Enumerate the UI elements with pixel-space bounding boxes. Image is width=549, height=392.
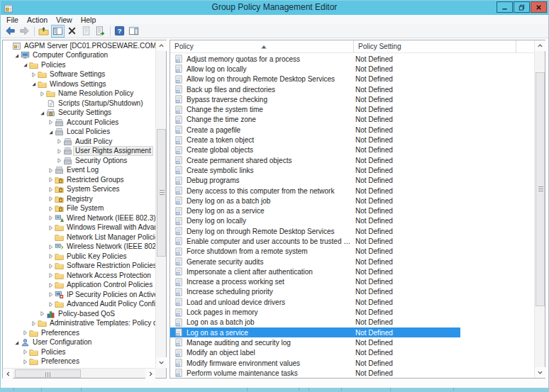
help-button[interactable]: ? [113,25,126,38]
tree-item-preferences[interactable]: Preferences [3,328,155,338]
expander-collapsed-icon[interactable] [55,148,63,155]
policy-row-enable-computer-and-user-accounts-to-be-[interactable]: Enable computer and user accounts to be … [170,236,460,246]
list-vertical-scrollbar[interactable] [534,40,545,378]
policy-row-debug-programs[interactable]: Debug programsNot Defined [170,176,460,186]
tree-item-windows-firewall-with-advanced[interactable]: Windows Firewall with Advanced [3,223,155,233]
expander-collapsed-icon[interactable] [30,72,38,78]
expander-collapsed-icon[interactable] [38,91,46,97]
policy-row-bypass-traverse-checking[interactable]: Bypass traverse checkingNot Defined [170,94,460,104]
expander-collapsed-icon[interactable] [47,177,55,183]
show-console-tree-button[interactable] [51,25,65,38]
tree-vertical-scrollbar[interactable] [155,40,166,368]
policy-row-increase-scheduling-priority[interactable]: Increase scheduling priorityNot Defined [170,287,460,297]
policy-row-deny-log-on-through-remote-desktop-servi[interactable]: Deny log on through Remote Desktop Servi… [170,226,460,236]
policy-row-impersonate-a-client-after-authenticatio[interactable]: Impersonate a client after authenticatio… [170,267,460,276]
tree-item-audit-policy[interactable]: Audit Policy [3,137,155,147]
expander-collapsed-icon[interactable] [47,282,55,289]
policy-row-force-shutdown-from-a-remote-system[interactable]: Force shutdown from a remote systemNot D… [170,247,460,257]
tree-item-policies[interactable]: Policies [3,60,155,70]
tree-item-security-settings[interactable]: Security Settings [3,108,155,118]
policy-row-log-on-as-a-service[interactable]: Log on as a serviceNot Defined [170,327,460,337]
expander-expanded-icon[interactable] [13,52,21,59]
scroll-right-button[interactable] [145,369,155,379]
tree-item-agpm-server-dc01-proseware-com-policy[interactable]: AGPM Server [DC01.PROSEWARE.COM] Policy [3,41,155,51]
tree-item-policy-based-qos[interactable]: Policy-based QoS [3,309,155,319]
tree-item-restricted-groups[interactable]: Restricted Groups [3,175,155,185]
tree-item-local-policies[interactable]: Local Policies [3,128,155,138]
tree-hscrollbar-thumb[interactable] [15,369,81,378]
tree-item-registry[interactable]: Registry [3,194,155,204]
up-one-level-button[interactable] [37,25,50,38]
expander-collapsed-icon[interactable] [47,186,55,193]
scroll-up-button[interactable] [156,40,167,51]
expander-expanded-icon[interactable] [21,62,29,68]
policy-row-modify-firmware-environment-values[interactable]: Modify firmware environment valuesNot De… [170,358,460,368]
policy-row-modify-an-object-label[interactable]: Modify an object labelNot Defined [170,348,460,358]
expander-collapsed-icon[interactable] [21,330,29,336]
export-list-button[interactable] [94,25,107,38]
expander-collapsed-icon[interactable] [47,272,55,279]
minimize-button[interactable] [497,1,513,13]
policy-row-deny-log-on-as-a-service[interactable]: Deny log on as a serviceNot Defined [170,206,460,215]
expander-collapsed-icon[interactable] [47,244,55,250]
tree-item-wired-network-ieee-802-3-polici[interactable]: Wired Network (IEEE 802.3) Polici [3,213,155,223]
tree-item-account-policies[interactable]: Account Policies [3,118,155,128]
tree-item-scripts-startup-shutdown[interactable]: Scripts (Startup/Shutdown) [3,99,155,108]
tree-item-application-control-policies[interactable]: Application Control Policies [3,281,155,291]
expander-expanded-icon[interactable] [38,110,46,116]
tree-item-software-restriction-policies[interactable]: Software Restriction Policies [3,262,155,271]
tree-item-user-rights-assignment[interactable]: User Rights Assignment [3,147,155,157]
expander-collapsed-icon[interactable] [38,310,46,317]
policy-row-create-a-token-object[interactable]: Create a token objectNot Defined [170,135,460,145]
policy-row-change-the-time-zone[interactable]: Change the time zoneNot Defined [170,115,460,125]
expander-collapsed-icon[interactable] [55,157,63,164]
tree-item-administrative-templates-policy-definit[interactable]: Administrative Templates: Policy definit [3,319,155,329]
policy-row-allow-log-on-through-remote-desktop-serv[interactable]: Allow log on through Remote Desktop Serv… [170,74,460,84]
policy-row-create-a-pagefile[interactable]: Create a pagefileNot Defined [170,125,460,135]
expander-collapsed-icon[interactable] [47,301,55,308]
restore-button[interactable] [514,1,530,13]
policy-row-increase-a-process-working-set[interactable]: Increase a process working setNot Define… [170,277,460,287]
policy-row-lock-pages-in-memory[interactable]: Lock pages in memoryNot Defined [170,307,460,317]
expander-collapsed-icon[interactable] [30,320,38,327]
tree-item-public-key-policies[interactable]: Public Key Policies [3,252,155,262]
expander-collapsed-icon[interactable] [55,138,63,145]
expander-expanded-icon[interactable] [30,81,38,87]
policy-row-load-and-unload-device-drivers[interactable]: Load and unload device driversNot Define… [170,297,460,307]
expander-collapsed-icon[interactable] [47,225,55,231]
expander-collapsed-icon[interactable] [47,291,55,298]
scroll-left-button[interactable] [3,369,13,379]
title-bar[interactable]: Group Policy Management Editor [1,1,548,15]
expander-collapsed-icon[interactable] [47,119,55,125]
tree-item-user-configuration[interactable]: User Configuration [3,338,155,348]
policy-row-change-the-system-time[interactable]: Change the system timeNot Defined [170,104,460,114]
back-button[interactable] [4,25,17,38]
policy-row-manage-auditing-and-security-log[interactable]: Manage auditing and security logNot Defi… [170,337,460,347]
tree-item-security-options[interactable]: Security Options [3,156,155,166]
policy-row-perform-volume-maintenance-tasks[interactable]: Perform volume maintenance tasksNot Defi… [170,368,460,378]
expander-collapsed-icon[interactable] [47,167,55,174]
expander-collapsed-icon[interactable] [21,349,29,355]
policy-row-deny-access-to-this-computer-from-the-ne[interactable]: Deny access to this computer from the ne… [170,186,460,196]
menu-file[interactable]: File [2,16,23,24]
expander-collapsed-icon[interactable] [21,359,29,365]
menu-view[interactable]: View [52,16,77,24]
tree-item-network-access-protection[interactable]: Network Access Protection [3,271,155,281]
tree-item-wireless-network-ieee-802-11-po[interactable]: Wireless Network (IEEE 802.11) Po [3,242,155,252]
tree-item-ip-security-policies-on-active-dire[interactable]: IP Security Policies on Active Dire [3,290,155,300]
tree-item-software-settings[interactable]: Software Settings [3,70,155,80]
column-header-policy[interactable]: Policy [170,40,354,52]
tree-item-preferences[interactable]: Preferences [3,357,155,367]
tree-scrollbar-thumb[interactable] [157,129,166,257]
expander-expanded-icon[interactable] [47,129,55,135]
expander-collapsed-icon[interactable] [47,253,55,259]
tree-item-policies[interactable]: Policies [3,347,155,357]
expander-collapsed-icon[interactable] [47,196,55,202]
tree-item-network-list-manager-policies[interactable]: Network List Manager Policies [3,233,155,242]
close-button[interactable] [531,1,547,13]
scroll-down-button[interactable] [156,357,167,368]
tree-item-event-log[interactable]: Event Log [3,166,155,176]
policy-row-deny-log-on-locally[interactable]: Deny log on locallyNot Defined [170,216,460,226]
policy-row-generate-security-audits[interactable]: Generate security auditsNot Defined [170,257,460,267]
policy-row-deny-log-on-as-a-batch-job[interactable]: Deny log on as a batch jobNot Defined [170,196,460,206]
